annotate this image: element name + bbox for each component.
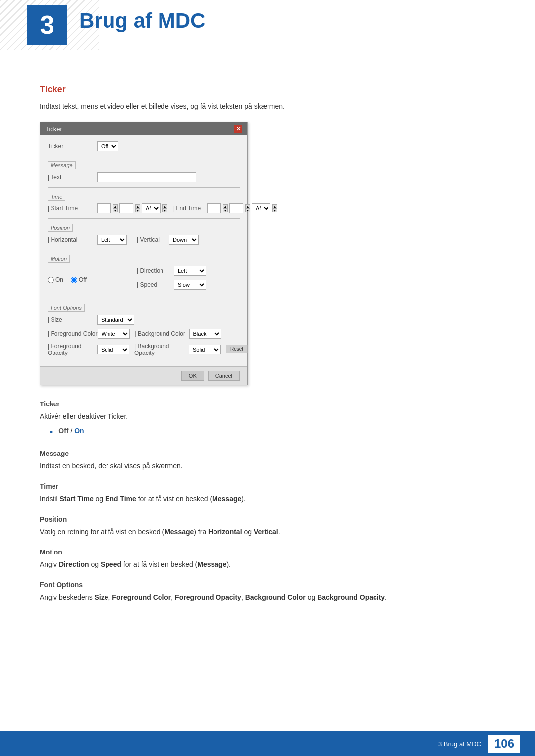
end-ampm-select[interactable]: AM PM [252, 203, 270, 213]
motion-off-text: Off [79, 276, 87, 283]
motion-sub-title: Motion [40, 548, 495, 556]
motion-sub-desc: Angiv Direction og Speed for at få vist … [40, 559, 495, 570]
timer-desc-pre: Indstil [40, 495, 59, 503]
direction-label: | Direction [137, 267, 174, 274]
direction-row: | Direction Left Right [137, 266, 240, 276]
ticker-select[interactable]: Off On [97, 141, 118, 151]
slash-label: / [69, 427, 75, 435]
vertical-select[interactable]: Down Up [169, 235, 199, 245]
fg-opacity-row: | Foreground Opacity Solid Transparent |… [48, 343, 240, 356]
ok-button[interactable]: OK [181, 371, 204, 381]
font-options-section-label: Font Options [48, 304, 85, 312]
position-desc-pre: Vælg en retning for at få vist en besked… [40, 528, 164, 536]
chapter-number-box: 3 [27, 5, 67, 45]
position-vertical-bold: Vertical [254, 528, 278, 536]
dialog-titlebar: Ticker ✕ [40, 122, 247, 135]
text-input[interactable] [97, 172, 196, 182]
on-label: On [74, 427, 84, 435]
start-ampm-up[interactable]: ▲ [162, 204, 167, 208]
end-ampm-up[interactable]: ▲ [272, 204, 277, 208]
start-hour-down[interactable]: ▼ [113, 208, 118, 212]
bullet-off-text: Off / On [58, 427, 84, 435]
bg-opacity-select[interactable]: Solid Transparent [189, 345, 221, 354]
fg-color-row: | Foreground Color White Black Red | Bac… [48, 329, 240, 339]
start-ampm-down[interactable]: ▼ [162, 208, 167, 212]
fg-opacity-select[interactable]: Solid Transparent [97, 345, 129, 354]
end-min-input[interactable]: 00 [229, 203, 243, 213]
time-section-label: Time [48, 193, 65, 201]
start-ampm-spin: ▲ ▼ [162, 204, 167, 212]
start-min-down[interactable]: ▼ [135, 208, 140, 212]
position-desc-end: . [278, 528, 280, 536]
font-desc-og: og [306, 593, 317, 601]
start-ampm-select[interactable]: AM PM [142, 203, 160, 213]
dialog-title: Ticker [45, 125, 62, 133]
off-label: Off [58, 427, 68, 435]
motion-speed-bold: Speed [101, 560, 121, 568]
footer-chapter-label: 3 Brug af MDC [438, 740, 481, 748]
bullet-icon: • [50, 427, 53, 438]
font-bg-color-bold: Background Color [245, 593, 306, 601]
timer-desc-end: ). [241, 495, 246, 503]
motion-on-label[interactable]: On [48, 276, 63, 283]
bg-color-select[interactable]: Black White Red [189, 329, 221, 339]
position-section-label: Position [48, 224, 73, 232]
direction-select[interactable]: Left Right [174, 266, 206, 276]
text-row: | Text [48, 172, 240, 182]
main-content: Ticker Indtast tekst, mens et video elle… [0, 50, 535, 648]
timer-sub-desc: Indstil Start Time og End Time for at få… [40, 493, 495, 504]
end-min-down[interactable]: ▼ [245, 208, 250, 212]
start-min-up[interactable]: ▲ [135, 204, 140, 208]
position-sub-title: Position [40, 515, 495, 523]
end-hour-input[interactable]: 12 [207, 203, 221, 213]
end-hour-up[interactable]: ▲ [223, 204, 228, 208]
bg-opacity-label: | Background Opacity [134, 343, 189, 356]
message-sub-desc: Indtast en besked, der skal vises på skæ… [40, 460, 495, 471]
reset-button[interactable]: Reset [226, 345, 248, 353]
motion-section-label: Motion [48, 255, 70, 263]
footer-page-number: 106 [488, 735, 520, 753]
fg-color-label: | Foreground Color [48, 330, 98, 337]
timer-start-time: Start Time [59, 495, 93, 503]
end-min-up[interactable]: ▲ [245, 204, 250, 208]
ticker-row: Ticker Off On [48, 141, 240, 151]
start-hour-input[interactable]: 12 [97, 203, 111, 213]
end-min-spin: ▲ ▼ [245, 204, 250, 212]
motion-off-label[interactable]: Off [71, 276, 87, 283]
bg-color-label: | Background Color [135, 330, 189, 337]
position-desc-mid: ) fra [194, 528, 208, 536]
start-hour-up[interactable]: ▲ [113, 204, 118, 208]
timer-desc-post: for at få vist en besked ( [136, 495, 212, 503]
size-label: | Size [48, 316, 97, 323]
start-min-spin: ▲ ▼ [135, 204, 140, 212]
speed-select[interactable]: Slow Normal Fast [174, 280, 206, 290]
end-time-group: 12 ▲ ▼ 00 ▲ ▼ AM PM ▲ [207, 203, 277, 213]
start-min-input[interactable]: 00 [119, 203, 133, 213]
message-section-label: Message [48, 161, 76, 169]
horizontal-select[interactable]: Left Right Center [97, 235, 127, 245]
font-size-row: | Size Standard Small Large [48, 315, 240, 325]
motion-on-radio[interactable] [48, 277, 54, 283]
font-bg-opacity-bold: Background Opacity [317, 593, 385, 601]
timer-sub-title: Timer [40, 482, 495, 490]
motion-desc-pre: Angiv [40, 560, 59, 568]
dialog-footer: OK Cancel [40, 366, 247, 385]
end-ampm-down[interactable]: ▼ [272, 208, 277, 212]
font-comma2: , [171, 593, 175, 601]
font-sub-desc: Angiv beskedens Size, Foreground Color, … [40, 592, 495, 603]
page-header: 3 Brug af MDC [0, 0, 535, 50]
font-desc-end: . [385, 593, 387, 601]
intro-text: Indtast tekst, mens et video eller et bi… [40, 101, 495, 112]
cancel-button[interactable]: Cancel [208, 371, 240, 381]
end-hour-down[interactable]: ▼ [223, 208, 228, 212]
dialog-close-button[interactable]: ✕ [234, 125, 242, 133]
size-select[interactable]: Standard Small Large [97, 315, 134, 325]
end-time-label: | End Time [172, 205, 207, 212]
font-desc-pre: Angiv beskedens [40, 593, 95, 601]
ticker-sub-desc: Aktivér eller deaktiver Ticker. [40, 411, 495, 422]
motion-desc-end: ). [226, 560, 231, 568]
start-time-label: | Start Time [48, 205, 97, 212]
fg-color-select[interactable]: White Black Red [98, 329, 130, 339]
speed-label: | Speed [137, 281, 174, 288]
motion-off-radio[interactable] [71, 277, 77, 283]
